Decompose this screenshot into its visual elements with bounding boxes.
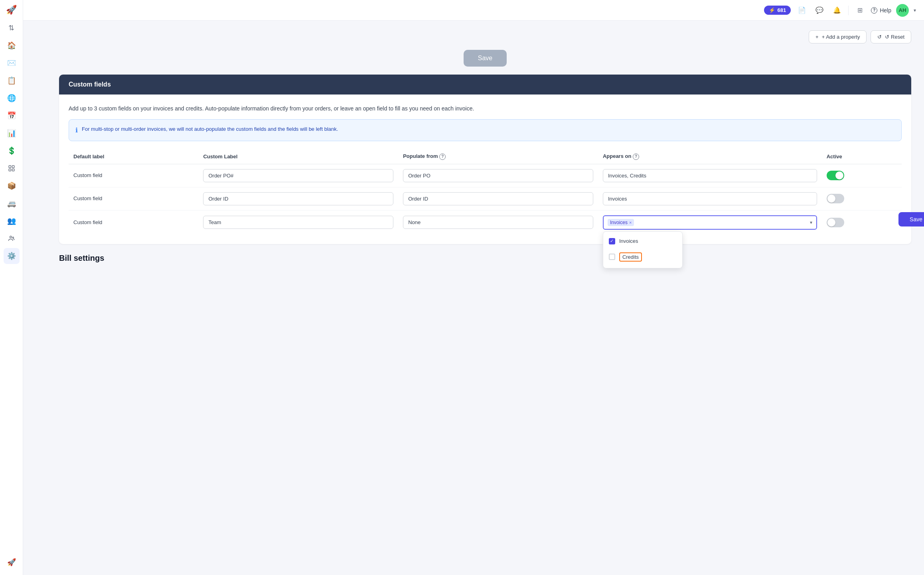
svg-point-4 xyxy=(10,236,12,238)
avatar[interactable]: AH xyxy=(896,4,909,17)
sidebar-item-list[interactable]: 📋 xyxy=(4,73,20,89)
invoices-checkbox[interactable] xyxy=(609,238,615,244)
col-header-default: Default label xyxy=(69,149,198,164)
row2-appears-on-input[interactable] xyxy=(603,192,817,205)
row1-appears-on-input[interactable] xyxy=(603,169,817,182)
reset-label: ↺ Reset xyxy=(885,34,904,40)
chat-icon[interactable]: 💬 xyxy=(813,4,826,17)
avatar-initials: AH xyxy=(899,7,906,13)
svg-rect-2 xyxy=(9,169,11,171)
svg-rect-1 xyxy=(12,165,14,167)
custom-fields-body: Add up to 3 custom fields on your invoic… xyxy=(59,95,911,244)
sidebar: 🚀 ⇅ 🏠 ✉️ 📋 🌐 📅 📊 💲 📦 🚐 👥 ⚙️ 🚀 xyxy=(0,0,23,575)
help-button[interactable]: ? Help xyxy=(871,7,891,14)
badge-count: 681 xyxy=(778,7,786,13)
table-row: Custom field Invoices xyxy=(69,210,902,234)
reset-button[interactable]: ↺ ↺ Reset xyxy=(871,30,911,43)
col-header-appears: Appears on ? xyxy=(598,149,822,164)
row2-active-toggle[interactable] xyxy=(827,194,844,203)
dropdown-invoices-label: Invoices xyxy=(619,238,638,244)
sidebar-item-globe[interactable]: 🌐 xyxy=(4,90,20,106)
sidebar-item-team[interactable] xyxy=(4,230,20,246)
row3-default-label: Custom field xyxy=(73,219,102,225)
header: ⚡ 681 📄 💬 🔔 ⊞ ? Help AH ▾ xyxy=(23,0,924,21)
avatar-chevron-icon[interactable]: ▾ xyxy=(914,8,916,13)
add-property-label: + Add a property xyxy=(822,34,860,40)
header-divider xyxy=(848,6,849,15)
svg-rect-3 xyxy=(12,169,14,171)
sidebar-item-rocket-bottom[interactable]: 🚀 xyxy=(4,554,20,570)
custom-fields-title: Custom fields xyxy=(69,81,111,88)
col-header-custom: Custom Label xyxy=(198,149,398,164)
appears-on-dropdown: Invoices Credits xyxy=(603,231,683,268)
info-box: ℹ For multi-stop or multi-order invoices… xyxy=(69,119,902,141)
save-main-button[interactable]: Save xyxy=(464,50,507,67)
bill-settings-title: Bill settings xyxy=(59,254,911,263)
info-box-text: For multi-stop or multi-order invoices, … xyxy=(82,125,338,135)
sidebar-item-dollar[interactable]: 💲 xyxy=(4,143,20,159)
dropdown-item-credits[interactable]: Credits xyxy=(603,248,682,266)
sidebar-item-chart[interactable]: 📊 xyxy=(4,125,20,141)
plus-icon: + xyxy=(815,34,819,40)
row1-populate-input[interactable] xyxy=(403,169,593,182)
credits-badge[interactable]: ⚡ 681 xyxy=(764,6,791,15)
sidebar-item-sort[interactable]: ⇅ xyxy=(4,20,20,36)
sidebar-item-groups[interactable]: 👥 xyxy=(4,213,20,229)
dropdown-item-invoices[interactable]: Invoices xyxy=(603,234,682,248)
reset-icon: ↺ xyxy=(877,34,882,40)
main-content: + + Add a property ↺ ↺ Reset Save Custom… xyxy=(46,21,924,575)
svg-rect-0 xyxy=(9,165,11,167)
grid-icon[interactable]: ⊞ xyxy=(853,4,866,17)
help-label: Help xyxy=(880,7,891,14)
row3-populate-input[interactable] xyxy=(403,216,593,229)
invoices-tag: Invoices × xyxy=(608,219,634,226)
custom-fields-card: Custom fields Add up to 3 custom fields … xyxy=(59,75,911,244)
bell-icon[interactable]: 🔔 xyxy=(831,4,843,17)
help-circle-icon: ? xyxy=(871,7,877,14)
appears-on-select-box[interactable]: Invoices × ▾ xyxy=(603,215,817,230)
appears-on-search-input[interactable] xyxy=(636,219,660,225)
lightning-icon: ⚡ xyxy=(769,7,775,13)
logo-icon[interactable]: 🚀 xyxy=(6,5,17,15)
invoices-tag-label: Invoices xyxy=(610,220,628,225)
sidebar-item-calendar[interactable]: 📅 xyxy=(4,108,20,124)
sidebar-item-mail[interactable]: ✉️ xyxy=(4,55,20,71)
populate-help-icon[interactable]: ? xyxy=(439,154,446,160)
invoices-tag-remove[interactable]: × xyxy=(629,220,632,225)
appears-help-icon[interactable]: ? xyxy=(633,154,639,160)
sidebar-item-home[interactable]: 🏠 xyxy=(4,37,20,53)
sidebar-item-user[interactable] xyxy=(4,160,20,176)
credits-checkbox[interactable] xyxy=(609,254,615,260)
save-main-label: Save xyxy=(478,55,492,61)
row2-populate-input[interactable] xyxy=(403,192,593,205)
custom-fields-description: Add up to 3 custom fields on your invoic… xyxy=(69,104,902,113)
row3-active-toggle[interactable] xyxy=(827,218,844,227)
table-row: Custom field xyxy=(69,187,902,210)
info-circle-icon: ℹ xyxy=(75,126,78,135)
custom-fields-header: Custom fields xyxy=(59,75,911,95)
bill-settings-section: Bill settings xyxy=(59,254,911,263)
row1-custom-label-input[interactable] xyxy=(203,169,393,182)
col-header-active: Active xyxy=(822,149,902,164)
table-row: Custom field xyxy=(69,164,902,187)
document-icon[interactable]: 📄 xyxy=(796,4,808,17)
row3-appears-on-select[interactable]: Invoices × ▾ xyxy=(603,215,817,230)
sidebar-item-van[interactable]: 🚐 xyxy=(4,195,20,211)
save-section: Save xyxy=(59,50,911,67)
row2-default-label: Custom field xyxy=(73,195,102,201)
row1-active-toggle[interactable] xyxy=(827,171,844,180)
svg-point-5 xyxy=(12,237,14,238)
add-property-button[interactable]: + + Add a property xyxy=(809,30,867,43)
dropdown-credits-label: Credits xyxy=(619,252,642,262)
sidebar-item-settings[interactable]: ⚙️ xyxy=(4,248,20,264)
save-dropdown-label: Save xyxy=(910,216,922,223)
sidebar-item-box[interactable]: 📦 xyxy=(4,178,20,194)
select-chevron-icon[interactable]: ▾ xyxy=(810,220,812,225)
custom-fields-table: Default label Custom Label Populate from… xyxy=(69,149,902,234)
top-action-bar: + + Add a property ↺ ↺ Reset xyxy=(59,30,911,43)
row3-custom-label-input[interactable] xyxy=(203,216,393,229)
row1-default-label: Custom field xyxy=(73,172,102,178)
col-header-populate: Populate from ? xyxy=(398,149,598,164)
save-dropdown-button[interactable]: Save xyxy=(898,212,924,226)
row2-custom-label-input[interactable] xyxy=(203,192,393,205)
